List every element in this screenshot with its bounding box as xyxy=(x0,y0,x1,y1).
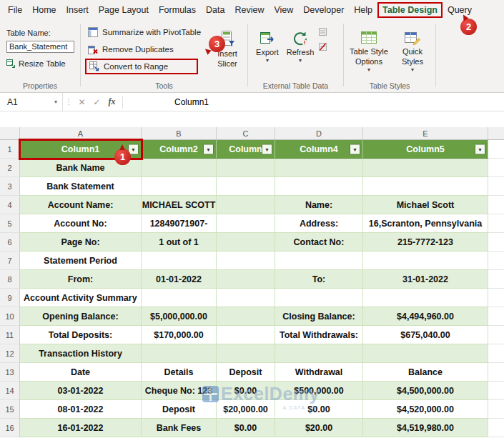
column-header-A[interactable]: A xyxy=(20,127,142,139)
row-header-3[interactable]: 3 xyxy=(0,177,20,196)
name-box[interactable]: A1 ▾ xyxy=(0,93,63,111)
cell-A3[interactable]: Bank Statement xyxy=(20,177,142,196)
tab-data[interactable]: Data xyxy=(201,2,229,18)
cell-E8[interactable]: 31-01-2022 xyxy=(363,270,488,289)
tab-formulas[interactable]: Formulas xyxy=(154,2,201,18)
row-header-11[interactable]: 11 xyxy=(0,326,20,344)
cell-E13[interactable]: Balance xyxy=(363,363,488,382)
row-header-15[interactable]: 15 xyxy=(0,400,20,419)
select-all-corner[interactable] xyxy=(0,127,20,139)
insert-function-icon[interactable]: fx xyxy=(104,96,119,107)
cell-D10[interactable]: Closing Balance: xyxy=(275,307,363,326)
cell-C8[interactable] xyxy=(217,270,275,289)
cell-C2[interactable] xyxy=(217,159,275,177)
cell-A6[interactable]: Page No: xyxy=(20,233,142,252)
tab-file[interactable]: File xyxy=(3,2,27,18)
row-header-14[interactable]: 14 xyxy=(0,382,20,400)
cell-C4[interactable] xyxy=(217,196,275,214)
cell-A14[interactable]: 03-01-2022 xyxy=(20,382,142,400)
filter-dropdown-icon-D1[interactable]: ▼ xyxy=(350,144,360,154)
cell-D1[interactable]: Column4▼ xyxy=(275,140,363,159)
cell-B10[interactable]: $5,000,000.00 xyxy=(142,307,217,326)
cell-E12[interactable] xyxy=(363,344,488,363)
tab-page-layout[interactable]: Page Layout xyxy=(94,2,154,18)
cell-A5[interactable]: Account No: xyxy=(20,214,142,233)
row-header-1[interactable]: 1 xyxy=(0,140,20,159)
cell-B8[interactable]: 01-01-2022 xyxy=(142,270,217,289)
cell-C12[interactable] xyxy=(217,344,275,363)
tab-developer[interactable]: Developer xyxy=(298,2,349,18)
cell-B16[interactable]: Bank Fees xyxy=(142,419,217,437)
cell-C11[interactable] xyxy=(217,326,275,344)
tab-insert[interactable]: Insert xyxy=(61,2,94,18)
filter-dropdown-icon-C1[interactable]: ▼ xyxy=(262,144,272,154)
row-header-16[interactable]: 16 xyxy=(0,419,20,437)
enter-icon[interactable]: ✓ xyxy=(89,97,104,107)
cell-A12[interactable]: Transaction History xyxy=(20,344,142,363)
cell-B14[interactable]: Cheque No: 123 xyxy=(142,382,217,400)
cell-D9[interactable] xyxy=(275,289,363,307)
cancel-icon[interactable]: ✕ xyxy=(74,97,89,107)
row-header-7[interactable]: 7 xyxy=(0,252,20,270)
row-header-8[interactable]: 8 xyxy=(0,270,20,289)
cell-C3[interactable] xyxy=(217,177,275,196)
row-header-6[interactable]: 6 xyxy=(0,233,20,252)
tab-review[interactable]: Review xyxy=(229,2,269,18)
formula-input[interactable]: Column1 xyxy=(129,97,209,107)
row-header-9[interactable]: 9 xyxy=(0,289,20,307)
cell-B6[interactable]: 1 out of 1 xyxy=(142,233,217,252)
cell-D3[interactable] xyxy=(275,177,363,196)
cell-E6[interactable]: 215-7772-123 xyxy=(363,233,488,252)
tab-home[interactable]: Home xyxy=(27,2,61,18)
cell-B2[interactable] xyxy=(142,159,217,177)
cell-E1[interactable]: Column5▼ xyxy=(363,140,488,159)
row-header-4[interactable]: 4 xyxy=(0,196,20,214)
cell-E9[interactable] xyxy=(363,289,488,307)
cell-E16[interactable]: $4,519,980.00 xyxy=(363,419,488,437)
column-header-C[interactable]: C xyxy=(217,127,275,139)
cell-B15[interactable]: Deposit xyxy=(142,400,217,419)
cell-B4[interactable]: MICHAEL SCOTT xyxy=(142,196,217,214)
cell-E5[interactable]: 16,Scranton, Pennsylvania xyxy=(363,214,488,233)
column-header-B[interactable]: B xyxy=(142,127,217,139)
row-header-2[interactable]: 2 xyxy=(0,159,20,177)
cell-B13[interactable]: Details xyxy=(142,363,217,382)
table-style-options-button[interactable]: Table Style Options ▾ xyxy=(345,24,392,73)
row-header-10[interactable]: 10 xyxy=(0,307,20,326)
cell-B11[interactable]: $170,000.00 xyxy=(142,326,217,344)
summarize-with-pivottable-button[interactable]: Summarize with PivotTable xyxy=(85,24,208,40)
row-header-13[interactable]: 13 xyxy=(0,363,20,382)
cell-B12[interactable] xyxy=(142,344,217,363)
cell-A13[interactable]: Date xyxy=(20,363,142,382)
cell-C6[interactable] xyxy=(217,233,275,252)
cell-A10[interactable]: Opening Balance: xyxy=(20,307,142,326)
cell-D5[interactable]: Address: xyxy=(275,214,363,233)
table-name-input[interactable] xyxy=(6,41,74,53)
cell-B3[interactable] xyxy=(142,177,217,196)
cell-D14[interactable]: $500,000.00 xyxy=(275,382,363,400)
cell-B9[interactable] xyxy=(142,289,217,307)
cell-D16[interactable]: $20.00 xyxy=(275,419,363,437)
cell-A4[interactable]: Account Name: xyxy=(20,196,142,214)
cell-D11[interactable]: Total Withdrawals: xyxy=(275,326,363,344)
cell-A16[interactable]: 16-01-2022 xyxy=(20,419,142,437)
cell-C5[interactable] xyxy=(217,214,275,233)
cell-E14[interactable]: $4,500,000.00 xyxy=(363,382,488,400)
tab-help[interactable]: Help xyxy=(349,2,377,18)
cell-E15[interactable]: $4,520,000.00 xyxy=(363,400,488,419)
remove-duplicates-button[interactable]: Remove Duplicates xyxy=(85,41,208,57)
cell-B1[interactable]: Column2▼ xyxy=(142,140,217,159)
cell-C9[interactable] xyxy=(217,289,275,307)
cell-D12[interactable] xyxy=(275,344,363,363)
cell-D7[interactable] xyxy=(275,252,363,270)
cell-C13[interactable]: Deposit xyxy=(217,363,275,382)
cell-E2[interactable] xyxy=(363,159,488,177)
cell-A15[interactable]: 08-01-2022 xyxy=(20,400,142,419)
filter-dropdown-icon-B1[interactable]: ▼ xyxy=(203,144,214,154)
cell-B5[interactable]: 12849071907- xyxy=(142,214,217,233)
cell-C7[interactable] xyxy=(217,252,275,270)
name-box-caret-icon[interactable]: ▾ xyxy=(54,99,57,105)
cell-D8[interactable]: To: xyxy=(275,270,363,289)
row-header-12[interactable]: 12 xyxy=(0,344,20,363)
cell-D15[interactable]: $0.00 xyxy=(275,400,363,419)
